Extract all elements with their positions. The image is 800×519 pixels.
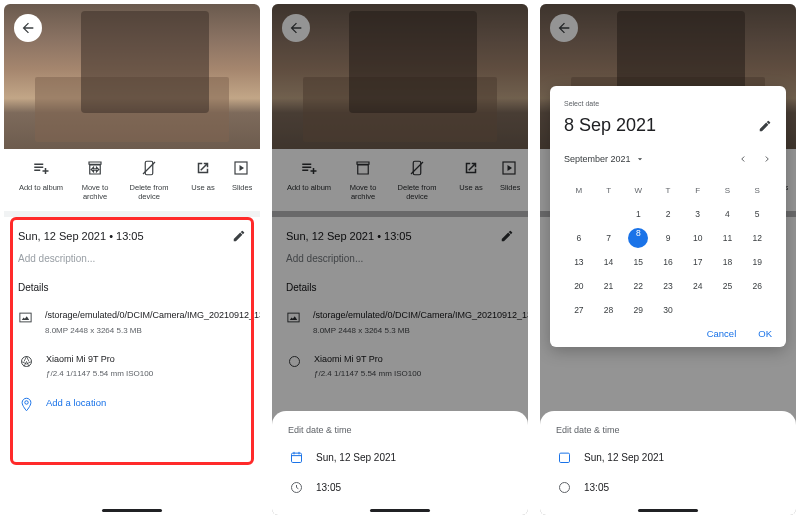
move-to-archive-action[interactable]: Move to archive bbox=[70, 159, 120, 201]
file-info-row: /storage/emulated/0/DCIM/Camera/IMG_2021… bbox=[18, 309, 246, 337]
calendar-day[interactable]: 17 bbox=[683, 250, 713, 274]
svg-rect-18 bbox=[559, 453, 569, 462]
sheet-title: Edit date & time bbox=[288, 425, 512, 435]
slideshow-action[interactable]: Slides bbox=[232, 159, 252, 201]
edit-datetime-sheet: Edit date & time Sun, 12 Sep 2021 13:05 bbox=[540, 411, 796, 515]
device-info-row: Xiaomi Mi 9T Proƒ/2.4 1/1147 5.54 mm ISO… bbox=[18, 353, 246, 381]
photo-preview bbox=[4, 4, 260, 149]
clock-icon bbox=[289, 480, 304, 495]
location-icon bbox=[19, 397, 34, 412]
svg-point-19 bbox=[559, 483, 569, 493]
dow-label: M bbox=[564, 178, 594, 202]
open-in-new-icon bbox=[194, 159, 212, 177]
calendar-icon bbox=[289, 450, 304, 465]
calendar-day[interactable]: 22 bbox=[623, 274, 653, 298]
calendar-day[interactable]: 8 bbox=[623, 226, 653, 250]
dow-label: S bbox=[742, 178, 772, 202]
calendar-day[interactable]: 25 bbox=[713, 274, 743, 298]
add-location-row[interactable]: Add a location bbox=[18, 396, 246, 412]
playlist-add-icon bbox=[32, 159, 50, 177]
calendar-day[interactable]: 12 bbox=[742, 226, 772, 250]
dow-label: T bbox=[594, 178, 624, 202]
arrow-back-icon bbox=[20, 20, 36, 36]
calendar-day[interactable]: 21 bbox=[594, 274, 624, 298]
picker-cancel-button[interactable]: Cancel bbox=[707, 328, 737, 339]
calendar-day[interactable]: 18 bbox=[713, 250, 743, 274]
action-bar: Add to album Move to archive Delete from… bbox=[4, 149, 260, 211]
calendar-day[interactable]: 7 bbox=[594, 226, 624, 250]
edit-datetime-sheet: Edit date & time Sun, 12 Sep 2021 13:05 bbox=[272, 411, 528, 515]
nav-bar[interactable] bbox=[370, 509, 430, 512]
calendar-day bbox=[564, 202, 594, 226]
aperture-icon bbox=[19, 354, 34, 369]
calendar-day[interactable]: 11 bbox=[713, 226, 743, 250]
calendar-day[interactable]: 3 bbox=[683, 202, 713, 226]
phone-edit-sheet-screen: Add to album Move to archive Delete from… bbox=[272, 4, 528, 515]
calendar-day[interactable]: 1 bbox=[623, 202, 653, 226]
calendar-day[interactable]: 5 bbox=[742, 202, 772, 226]
calendar-day[interactable]: 19 bbox=[742, 250, 772, 274]
calendar-day[interactable]: 28 bbox=[594, 298, 624, 322]
calendar-day[interactable]: 15 bbox=[623, 250, 653, 274]
phone-date-picker-screen: Add to albumMove to archiveDelete from d… bbox=[540, 4, 796, 515]
edit-datetime-button[interactable] bbox=[232, 229, 246, 243]
picker-label: Select date bbox=[564, 100, 772, 107]
calendar-grid: MTWTFSS 12345678910111213141516171819202… bbox=[564, 178, 772, 322]
archive-icon bbox=[86, 159, 104, 177]
calendar-day[interactable]: 27 bbox=[564, 298, 594, 322]
calendar-day[interactable]: 10 bbox=[683, 226, 713, 250]
back-button[interactable] bbox=[14, 14, 42, 42]
image-icon bbox=[18, 310, 33, 325]
calendar-day[interactable]: 6 bbox=[564, 226, 594, 250]
calendar-day[interactable]: 20 bbox=[564, 274, 594, 298]
datetime-label: Sun, 12 Sep 2021 • 13:05 bbox=[18, 230, 144, 242]
add-to-album-action[interactable]: Add to album bbox=[16, 159, 66, 201]
delete-from-device-action[interactable]: Delete from device bbox=[124, 159, 174, 201]
dow-label: F bbox=[683, 178, 713, 202]
use-as-action[interactable]: Use as bbox=[178, 159, 228, 201]
dow-label: W bbox=[623, 178, 653, 202]
calendar-day[interactable]: 13 bbox=[564, 250, 594, 274]
dropdown-icon bbox=[635, 154, 645, 164]
nav-bar[interactable] bbox=[638, 509, 698, 512]
picker-ok-button[interactable]: OK bbox=[758, 328, 772, 339]
calendar-day[interactable]: 23 bbox=[653, 274, 683, 298]
calendar-day[interactable]: 26 bbox=[742, 274, 772, 298]
dow-label: S bbox=[713, 178, 743, 202]
calendar-day[interactable]: 29 bbox=[623, 298, 653, 322]
calendar-day bbox=[594, 202, 624, 226]
nav-bar[interactable] bbox=[102, 509, 162, 512]
calendar-day[interactable]: 2 bbox=[653, 202, 683, 226]
calendar-day[interactable]: 9 bbox=[653, 226, 683, 250]
picker-selected-date: 8 Sep 2021 bbox=[564, 115, 656, 136]
phone-info-screen: Add to album Move to archive Delete from… bbox=[4, 4, 260, 515]
prev-month-button[interactable] bbox=[738, 154, 748, 164]
calendar-day[interactable]: 4 bbox=[713, 202, 743, 226]
calendar-day[interactable]: 30 bbox=[653, 298, 683, 322]
svg-rect-3 bbox=[20, 313, 31, 322]
calendar-day bbox=[742, 298, 772, 322]
delete-device-icon bbox=[140, 159, 158, 177]
slideshow-icon bbox=[232, 159, 250, 177]
calendar-day[interactable]: 24 bbox=[683, 274, 713, 298]
svg-rect-10 bbox=[291, 453, 301, 462]
edit-date-text-button[interactable] bbox=[758, 119, 772, 133]
calendar-day[interactable]: 14 bbox=[594, 250, 624, 274]
next-month-button[interactable] bbox=[762, 154, 772, 164]
details-heading: Details bbox=[18, 282, 246, 293]
calendar-day bbox=[683, 298, 713, 322]
month-selector[interactable]: September 2021 bbox=[564, 154, 645, 164]
calendar-day bbox=[713, 298, 743, 322]
edit-time-row[interactable]: 13:05 bbox=[288, 479, 512, 495]
info-panel: Sun, 12 Sep 2021 • 13:05 Add description… bbox=[4, 217, 260, 420]
date-picker-dialog: Select date 8 Sep 2021 September 2021 MT… bbox=[550, 86, 786, 347]
edit-date-row[interactable]: Sun, 12 Sep 2021 bbox=[288, 449, 512, 465]
calendar-day[interactable]: 16 bbox=[653, 250, 683, 274]
description-input[interactable]: Add description... bbox=[18, 253, 246, 264]
dow-label: T bbox=[653, 178, 683, 202]
